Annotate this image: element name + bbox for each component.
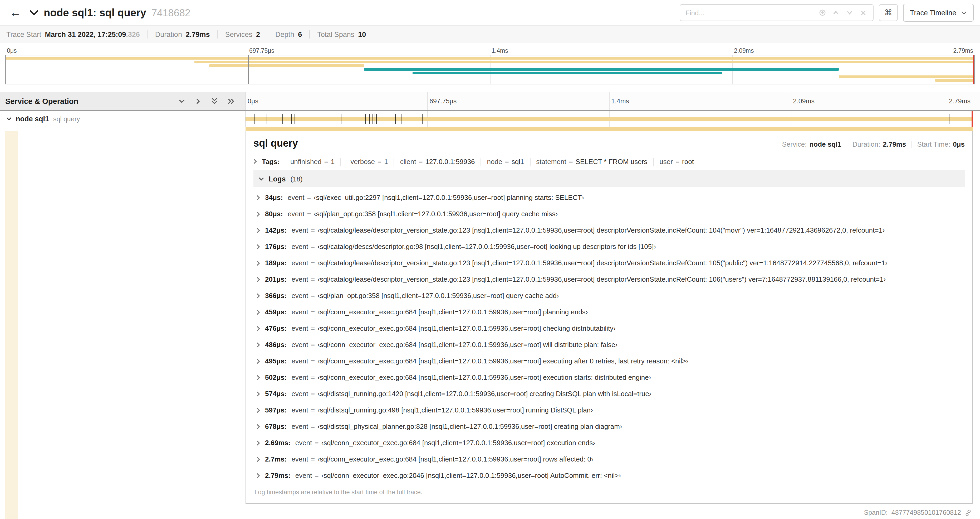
expand-one-icon[interactable]	[194, 97, 202, 105]
find-input[interactable]	[680, 5, 813, 20]
log-entry[interactable]: 189μs: event = ‹sql/catalog/lease/descri…	[253, 255, 965, 271]
log-tick[interactable]	[395, 114, 396, 124]
log-expand-icon[interactable]	[256, 407, 260, 413]
span-collapse-icon[interactable]	[6, 117, 11, 121]
log-expand-icon[interactable]	[256, 457, 260, 462]
log-tick[interactable]	[372, 114, 373, 124]
trace-id: 7418682	[151, 7, 191, 19]
log-tick[interactable]	[255, 114, 255, 124]
log-tick[interactable]	[295, 114, 295, 124]
log-equals: =	[311, 423, 315, 430]
logs-collapse-icon[interactable]	[259, 177, 264, 180]
log-expand-icon[interactable]	[256, 342, 260, 347]
log-entry[interactable]: 486μs: event = ‹sql/conn_executor_exec.g…	[253, 337, 965, 353]
prev-result-icon[interactable]	[830, 6, 843, 19]
log-tick[interactable]	[291, 114, 292, 124]
tags-items: _unfinished = 1 _verbose = 1 client	[280, 157, 700, 165]
log-expand-icon[interactable]	[256, 391, 260, 396]
log-expand-icon[interactable]	[256, 244, 260, 249]
log-key: event	[291, 423, 308, 430]
log-entry[interactable]: 142μs: event = ‹sql/catalog/lease/descri…	[253, 222, 965, 238]
log-entry[interactable]: 574μs: event = ‹sql/distsql_running.go:1…	[253, 386, 965, 402]
minimap-canvas[interactable]	[5, 55, 975, 85]
log-expand-icon[interactable]	[256, 260, 260, 265]
log-tick[interactable]	[282, 114, 283, 124]
log-key: event	[291, 308, 308, 316]
log-equals: =	[311, 292, 315, 300]
summary-item: Duration 2.79ms	[140, 30, 210, 38]
log-tick[interactable]	[401, 114, 402, 124]
locate-icon[interactable]	[816, 6, 829, 19]
span-detail-header: sql query Service: node sql1 Duration: 2…	[253, 138, 965, 149]
log-tick[interactable]	[947, 114, 947, 124]
log-entry[interactable]: 2.69ms: event = ‹sql/conn_executor_exec.…	[253, 434, 965, 451]
log-entry[interactable]: 366μs: event = ‹sql/plan_opt.go:358 [nsq…	[253, 287, 965, 304]
log-entry[interactable]: 2.79ms: event = ‹sql/conn_executor_exec.…	[253, 467, 965, 484]
log-entry[interactable]: 678μs: event = ‹sql/distsql_physical_pla…	[253, 418, 965, 434]
minimap-span-bar	[209, 64, 364, 67]
log-key: event	[291, 374, 308, 381]
log-entry[interactable]: 80μs: event = ‹sql/plan_opt.go:358 [nsql…	[253, 206, 965, 222]
clear-search-icon[interactable]	[857, 6, 870, 19]
log-entry[interactable]: 201μs: event = ‹sql/catalog/lease/descri…	[253, 271, 965, 287]
expand-all-icon[interactable]	[227, 97, 234, 105]
keyboard-shortcuts-button[interactable]: ⌘	[879, 4, 898, 21]
next-result-icon[interactable]	[843, 6, 856, 19]
log-expand-icon[interactable]	[256, 424, 260, 429]
trace-collapse-icon[interactable]	[30, 10, 38, 16]
log-expand-icon[interactable]	[256, 195, 260, 200]
log-value: ‹sql/distsql_running.go:498 [nsql1,clien…	[317, 406, 593, 414]
log-key: event	[291, 357, 308, 365]
copy-link-icon[interactable]	[965, 509, 972, 516]
span-row-name-cell[interactable]: node sql1 sql query	[0, 111, 245, 127]
span-operation-name: sql query	[53, 115, 80, 123]
log-expand-icon[interactable]	[256, 326, 260, 331]
log-tick[interactable]	[341, 114, 341, 124]
logs-count: (18)	[291, 175, 303, 183]
log-entry[interactable]: 34μs: event = ‹sql/exec_util.go:2297 [ns…	[253, 189, 965, 206]
log-expand-icon[interactable]	[256, 228, 260, 233]
collapse-one-icon[interactable]	[178, 97, 186, 105]
log-tick[interactable]	[266, 114, 267, 124]
minimap-scrubber-line[interactable]	[248, 55, 248, 84]
log-entry[interactable]: 2.7ms: event = ‹sql/conn_executor_exec.g…	[253, 451, 965, 467]
collapse-all-icon[interactable]	[211, 97, 218, 105]
log-tick[interactable]	[377, 114, 377, 124]
ruler-gridline	[609, 92, 609, 110]
log-tick[interactable]	[422, 114, 423, 124]
log-expand-icon[interactable]	[256, 277, 260, 282]
log-expand-icon[interactable]	[256, 358, 260, 364]
back-button[interactable]: ←	[6, 4, 24, 22]
log-expand-icon[interactable]	[256, 293, 260, 298]
log-expand-icon[interactable]	[256, 375, 260, 380]
tag-equals: =	[377, 157, 382, 165]
log-expand-icon[interactable]	[256, 309, 260, 315]
log-tick[interactable]	[365, 114, 366, 124]
minimap-span-bar	[364, 68, 838, 71]
log-tick[interactable]	[298, 114, 299, 124]
logs-header[interactable]: Logs (18)	[253, 170, 965, 187]
log-entry[interactable]: 459μs: event = ‹sql/conn_executor_exec.g…	[253, 304, 965, 320]
log-timestamp: 495μs:	[265, 357, 286, 365]
span-meta-label: Duration:	[853, 140, 880, 148]
log-entry[interactable]: 502μs: event = ‹sql/conn_executor_exec.g…	[253, 369, 965, 386]
log-tick[interactable]	[375, 114, 375, 124]
tags-row[interactable]: Tags: _unfinished = 1 _verbose = 1	[253, 153, 965, 169]
ruler-tick-label: 697.75μs	[430, 97, 457, 105]
minimap-tick-label: 2.79ms	[953, 48, 973, 54]
tags-expand-icon[interactable]	[253, 159, 257, 164]
log-expand-icon[interactable]	[256, 440, 260, 446]
log-entry[interactable]: 476μs: event = ‹sql/conn_executor_exec.g…	[253, 320, 965, 337]
log-expand-icon[interactable]	[256, 211, 260, 217]
log-tick[interactable]	[370, 114, 370, 124]
span-color-gutter	[5, 131, 18, 519]
trace-view-dropdown[interactable]: Trace Timeline	[903, 4, 974, 22]
log-entry[interactable]: 176μs: event = ‹sql/catalog/descs/descri…	[253, 238, 965, 255]
log-tick[interactable]	[949, 114, 950, 124]
log-entry[interactable]: 597μs: event = ‹sql/distsql_running.go:4…	[253, 402, 965, 418]
minimap-right-handle[interactable]	[973, 55, 974, 84]
timeline-right-handle[interactable]	[972, 111, 973, 127]
summary-value: 6	[298, 30, 302, 38]
log-expand-icon[interactable]	[256, 473, 260, 478]
log-entry[interactable]: 495μs: event = ‹sql/conn_executor_exec.g…	[253, 353, 965, 369]
